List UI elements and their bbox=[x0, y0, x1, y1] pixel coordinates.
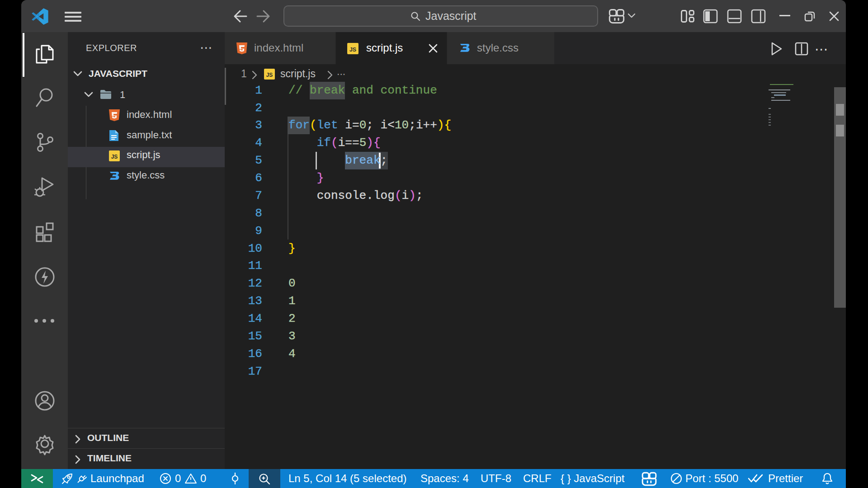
svg-text:JS: JS bbox=[111, 154, 118, 160]
